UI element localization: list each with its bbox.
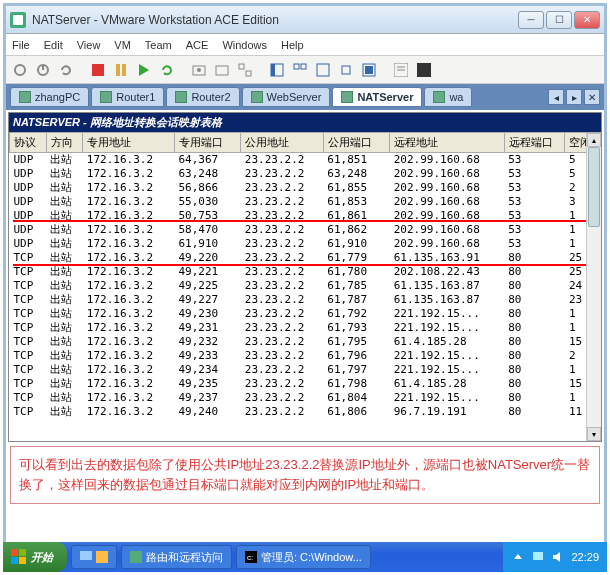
table-row[interactable]: TCP出站172.16.3.249,24023.23.2.261,80696.7…	[10, 405, 601, 419]
vm-tab-router1[interactable]: Router1	[91, 87, 164, 107]
desktop-icon	[80, 551, 92, 563]
menu-team[interactable]: Team	[145, 39, 172, 51]
menu-view[interactable]: View	[77, 39, 101, 51]
vm-tab-zhangpc[interactable]: zhangPC	[10, 87, 89, 107]
column-header[interactable]: 专用地址	[83, 133, 175, 153]
vm-tab-router2[interactable]: Router2	[166, 87, 239, 107]
snapshot-icon[interactable]	[189, 60, 209, 80]
taskbar: 开始 路由和远程访问 c: 管理员: C:\Window... 22:29	[3, 542, 607, 572]
pause-icon[interactable]	[111, 60, 131, 80]
menu-vm[interactable]: VM	[114, 39, 131, 51]
revert-icon[interactable]	[212, 60, 232, 80]
vm-tab-natserver[interactable]: NATServer	[332, 87, 422, 107]
power-off-icon[interactable]	[10, 60, 30, 80]
cell: TCP	[10, 279, 47, 293]
menu-ace[interactable]: ACE	[186, 39, 209, 51]
table-row[interactable]: TCP出站172.16.3.249,22523.23.2.261,78561.1…	[10, 279, 601, 293]
cell: 61,910	[323, 237, 389, 251]
cell: 出站	[46, 335, 83, 349]
cell: 出站	[46, 167, 83, 181]
vertical-scrollbar[interactable]: ▴ ▾	[586, 133, 601, 441]
table-row[interactable]: UDP出站172.16.3.258,47023.23.2.261,862202.…	[10, 223, 601, 237]
thumbnail-icon[interactable]	[290, 60, 310, 80]
table-row[interactable]: TCP出站172.16.3.249,22123.23.2.261,780202.…	[10, 265, 601, 279]
cell: TCP	[10, 405, 47, 419]
cell: 61,798	[323, 377, 389, 391]
start-button[interactable]: 开始	[3, 542, 67, 572]
svg-rect-1	[13, 15, 23, 25]
close-button[interactable]: ✕	[574, 11, 600, 29]
column-header[interactable]: 远程地址	[390, 133, 505, 153]
table-row[interactable]: UDP出站172.16.3.263,24823.23.2.263,248202.…	[10, 167, 601, 181]
table-row[interactable]: UDP出站172.16.3.261,91023.23.2.261,910202.…	[10, 237, 601, 251]
manage-snapshot-icon[interactable]	[235, 60, 255, 80]
scroll-down-icon[interactable]: ▾	[587, 427, 601, 441]
table-row[interactable]: TCP出站172.16.3.249,22023.23.2.261,77961.1…	[10, 251, 601, 265]
stop-icon[interactable]	[88, 60, 108, 80]
maximize-button[interactable]: ☐	[546, 11, 572, 29]
column-header[interactable]: 方向	[46, 133, 83, 153]
cell: 61.135.163.87	[390, 293, 505, 307]
scroll-thumb[interactable]	[588, 147, 600, 227]
tab-prev-button[interactable]: ◂	[548, 89, 564, 105]
cell: 23.23.2.2	[241, 251, 323, 265]
summary-icon[interactable]	[391, 60, 411, 80]
column-header[interactable]: 协议	[10, 133, 47, 153]
table-row[interactable]: TCP出站172.16.3.249,23523.23.2.261,79861.4…	[10, 377, 601, 391]
quickswitch-icon[interactable]	[336, 60, 356, 80]
tray-arrow-icon[interactable]	[511, 550, 525, 564]
cell: 23.23.2.2	[241, 391, 323, 405]
power-on-icon[interactable]	[33, 60, 53, 80]
scroll-up-icon[interactable]: ▴	[587, 133, 601, 147]
volume-icon[interactable]	[551, 550, 565, 564]
cell: 61,780	[323, 265, 389, 279]
cell: 63,248	[323, 167, 389, 181]
cell: TCP	[10, 321, 47, 335]
vm-tabbar: zhangPCRouter1Router2WebServerNATServerw…	[6, 84, 604, 110]
column-header[interactable]: 公用端口	[323, 133, 389, 153]
table-row[interactable]: TCP出站172.16.3.249,23323.23.2.261,796221.…	[10, 349, 601, 363]
table-row[interactable]: TCP出站172.16.3.249,23723.23.2.261,804221.…	[10, 391, 601, 405]
table-row[interactable]: UDP出站172.16.3.256,86623.23.2.261,855202.…	[10, 181, 601, 195]
vm-tab-webserver[interactable]: WebServer	[242, 87, 331, 107]
table-row[interactable]: TCP出站172.16.3.249,22723.23.2.261,78761.1…	[10, 293, 601, 307]
cell: TCP	[10, 363, 47, 377]
column-header[interactable]: 公用地址	[241, 133, 323, 153]
sidebar-icon[interactable]	[267, 60, 287, 80]
cell: 58,470	[174, 223, 240, 237]
column-header[interactable]: 远程端口	[504, 133, 565, 153]
cell: 172.16.3.2	[83, 377, 175, 391]
table-row[interactable]: UDP出站172.16.3.264,36723.23.2.261,851202.…	[10, 153, 601, 168]
tab-close-button[interactable]: ✕	[584, 89, 600, 105]
minimize-button[interactable]: ─	[518, 11, 544, 29]
cell: 49,221	[174, 265, 240, 279]
cell: 202.99.160.68	[390, 153, 505, 168]
table-row[interactable]: TCP出站172.16.3.249,23423.23.2.261,797221.…	[10, 363, 601, 377]
cell: 172.16.3.2	[83, 307, 175, 321]
table-row[interactable]: UDP出站172.16.3.255,03023.23.2.261,853202.…	[10, 195, 601, 209]
menu-windows[interactable]: Windows	[222, 39, 267, 51]
table-row[interactable]: TCP出站172.16.3.249,23223.23.2.261,79561.4…	[10, 335, 601, 349]
column-header[interactable]: 专用端口	[174, 133, 240, 153]
network-icon[interactable]	[531, 550, 545, 564]
quicklaunch[interactable]	[71, 545, 117, 569]
taskbar-item-cmd[interactable]: c: 管理员: C:\Window...	[236, 545, 371, 569]
restart-icon[interactable]	[56, 60, 76, 80]
vm-tab-wa[interactable]: wa	[424, 87, 472, 107]
unity-icon[interactable]	[359, 60, 379, 80]
taskbar-item-rras[interactable]: 路由和远程访问	[121, 545, 232, 569]
clock[interactable]: 22:29	[571, 551, 599, 563]
play-icon[interactable]	[134, 60, 154, 80]
menu-file[interactable]: File	[12, 39, 30, 51]
cell: 202.99.160.68	[390, 181, 505, 195]
table-row[interactable]: TCP出站172.16.3.249,23023.23.2.261,792221.…	[10, 307, 601, 321]
tab-next-button[interactable]: ▸	[566, 89, 582, 105]
svg-rect-21	[365, 66, 373, 74]
console-icon[interactable]	[414, 60, 434, 80]
cell: 80	[504, 265, 565, 279]
fullscreen-icon[interactable]	[313, 60, 333, 80]
table-row[interactable]: TCP出站172.16.3.249,23123.23.2.261,793221.…	[10, 321, 601, 335]
menu-edit[interactable]: Edit	[44, 39, 63, 51]
menu-help[interactable]: Help	[281, 39, 304, 51]
reset-icon[interactable]	[157, 60, 177, 80]
